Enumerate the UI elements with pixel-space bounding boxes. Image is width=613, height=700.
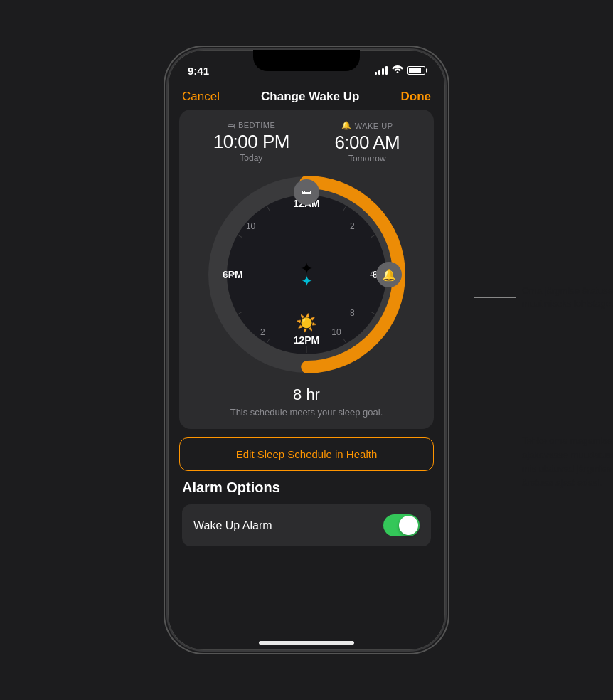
edit-button-annotation: Tehke oma magamiseajakavasse muudatusi,m… (474, 434, 613, 489)
time-header: 🛏 BEDTIME 10:00 PM Today 🔔 WAKE UP 6:00 … (191, 121, 422, 164)
wifi-icon (392, 65, 403, 76)
wakeup-block: 🔔 WAKE UP 6:00 AM Tomorrow (334, 121, 400, 164)
alarm-options-title: Alarm Options (182, 479, 431, 496)
alarm-options-section: Alarm Options Wake Up Alarm (179, 479, 434, 546)
nav-bar: Cancel Change Wake Up Done (168, 84, 445, 110)
cancel-button[interactable]: Cancel (182, 90, 220, 104)
wake-handle-annotation-text: Oma järgmise äratuse ajamuutmiseks lohis… (522, 285, 613, 310)
home-indicator (259, 641, 354, 645)
toggle-knob (399, 516, 418, 535)
wake-up-alarm-row: Wake Up Alarm (182, 504, 431, 546)
bedtime-label: 🛏 BEDTIME (213, 121, 289, 129)
wake-up-alarm-toggle[interactable] (383, 514, 420, 536)
main-content: 🛏 BEDTIME 10:00 PM Today 🔔 WAKE UP 6:00 … (168, 110, 445, 546)
bed-icon: 🛏 (227, 121, 235, 129)
edit-button-annotation-text: Tehke oma magamiseajakavasse muudatusi,m… (522, 434, 613, 489)
sun-icon: ☀️ (296, 313, 317, 333)
battery-icon (407, 66, 425, 75)
sleep-hours-value: 8 hr (191, 386, 422, 404)
wakeup-value: 6:00 AM (334, 132, 400, 154)
center-icons: ✦ ✦ (207, 175, 406, 374)
bedtime-block: 🛏 BEDTIME 10:00 PM Today (213, 121, 289, 164)
bedtime-value: 10:00 PM (213, 131, 289, 153)
bedtime-sub: Today (213, 153, 289, 163)
signal-bars-icon (375, 66, 388, 75)
wakeup-label: 🔔 WAKE UP (334, 121, 400, 130)
wake-up-alarm-label: Wake Up Alarm (193, 519, 272, 532)
nav-title: Change Wake Up (261, 90, 359, 104)
wake-handle-annotation: Oma järgmise äratuse ajamuutmiseks lohis… (474, 285, 613, 310)
phone-frame: 9:41 Cancel Ch (168, 50, 445, 650)
sleep-note: This schedule meets your sleep goal. (191, 407, 422, 418)
wakeup-sub: Tomorrow (334, 154, 400, 164)
sleep-card: 🛏 BEDTIME 10:00 PM Today 🔔 WAKE UP 6:00 … (179, 110, 434, 429)
status-icons (375, 65, 425, 76)
sleep-duration: 8 hr (191, 386, 422, 404)
edit-sleep-schedule-button[interactable]: Edit Sleep Schedule in Health (179, 438, 434, 471)
status-bar: 9:41 (168, 50, 445, 81)
sparkle-icon: ✦ (300, 272, 313, 290)
alarm-icon: 🔔 (341, 121, 352, 130)
status-time: 9:41 (188, 65, 209, 77)
clock-dial[interactable]: 12AM 2 4 6AM 8 10 12PM 2 (207, 175, 406, 374)
done-button[interactable]: Done (401, 90, 432, 104)
